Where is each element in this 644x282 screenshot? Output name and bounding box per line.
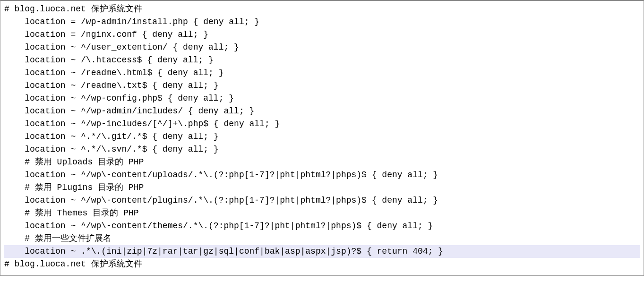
code-line: location ~ ^/wp\-content/plugins/.*\.(?:… [4,194,640,207]
code-line: location ~ ^.*/\.svn/.*$ { deny all; } [4,143,640,156]
code-line: location ~ /readme\.html$ { deny all; } [4,67,640,79]
code-line: # 禁用一些文件扩展名 [4,232,640,245]
code-line: # 禁用 Plugins 目录的 PHP [4,181,640,194]
code-line: location ~ /\.htaccess$ { deny all; } [4,54,640,67]
code-line: location ~ ^/wp-includes/[^/]+\.php$ { d… [4,118,640,130]
code-line: location = /wp-admin/install.php { deny … [4,16,640,28]
code-line: location ~ ^/user_extention/ { deny all;… [4,41,640,54]
code-line: # blog.luoca.net 保护系统文件 [4,3,640,16]
code-line: # blog.luoca.net 保护系统文件 [4,258,640,271]
code-line: location ~ ^/wp\-content/themes/.*\.(?:p… [4,220,640,232]
code-line: # 禁用 Themes 目录的 PHP [4,207,640,220]
code-line: location ~ ^.*/\.git/.*$ { deny all; } [4,130,640,143]
code-line: location ~ ^/wp\-content/uploads/.*\.(?:… [4,169,640,181]
code-line: location ~ /readme\.txt$ { deny all; } [4,79,640,92]
code-line: location ~ ^/wp-admin/includes/ { deny a… [4,105,640,118]
code-line: location = /nginx.conf { deny all; } [4,28,640,41]
code-line: # 禁用 Uploads 目录的 PHP [4,156,640,169]
code-editor[interactable]: # blog.luoca.net 保护系统文件location = /wp-ad… [0,0,644,276]
code-line: location ~ .*\.(ini|zip|7z|rar|tar|gz|sq… [4,245,640,258]
code-line: location ~ ^/wp-config.php$ { deny all; … [4,92,640,105]
